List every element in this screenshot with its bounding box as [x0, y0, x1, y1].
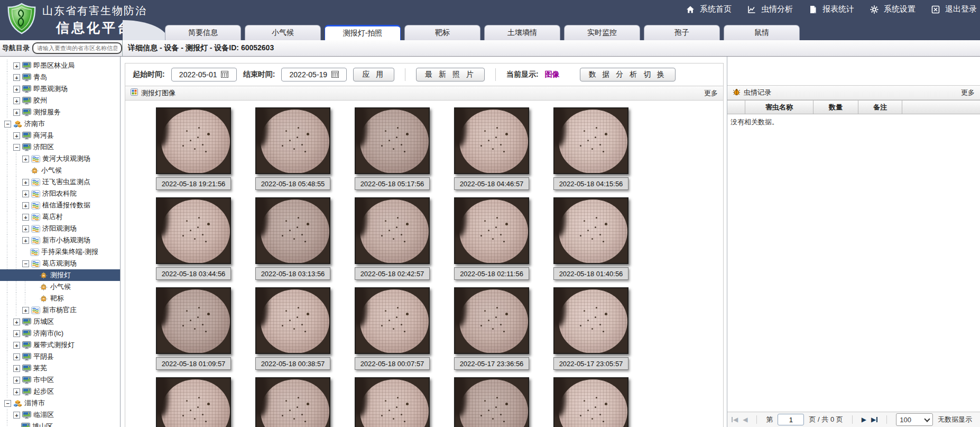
- tree-item-商河县[interactable]: +商河县: [0, 130, 120, 141]
- expand-toggle-icon[interactable]: +: [13, 353, 20, 360]
- tree-item-起步区[interactable]: +起步区: [0, 386, 120, 397]
- expand-toggle-icon[interactable]: +: [13, 365, 20, 372]
- trap-lamp-photo[interactable]: [553, 107, 628, 174]
- tree-item-济南市(lc)[interactable]: +济南市(lc): [0, 328, 120, 339]
- tree-item-平阴县[interactable]: +平阴县: [0, 351, 120, 362]
- trap-lamp-photo[interactable]: [454, 197, 529, 264]
- trap-lamp-photo[interactable]: [355, 107, 430, 174]
- tab-7[interactable]: 孢子: [644, 25, 720, 40]
- tree-item-葛店观测场[interactable]: −葛店观测场: [0, 258, 120, 269]
- expand-toggle-icon[interactable]: +: [22, 190, 29, 197]
- tree-item-即墨观测场[interactable]: +即墨观测场: [0, 83, 120, 95]
- expand-toggle-icon[interactable]: +: [22, 202, 29, 209]
- tree-item-莱芜[interactable]: +莱芜: [0, 362, 120, 374]
- trap-lamp-photo[interactable]: [156, 197, 231, 264]
- records-more-link[interactable]: 更多: [961, 88, 975, 97]
- tree-item-胶州[interactable]: +胶州: [0, 95, 120, 106]
- tree-item-济阳区[interactable]: −济阳区: [0, 141, 120, 153]
- tree-item-新市小杨观测场[interactable]: +新市小杨观测场: [0, 234, 120, 246]
- trap-lamp-photo[interactable]: [355, 377, 430, 427]
- trap-lamp-photo[interactable]: [454, 377, 529, 427]
- collapse-toggle-icon[interactable]: −: [13, 144, 20, 151]
- trap-lamp-photo[interactable]: [553, 377, 628, 427]
- calendar-icon[interactable]: [331, 70, 339, 79]
- tab-1[interactable]: 简要信息: [165, 25, 241, 40]
- tree-item-博山区[interactable]: 博山区: [0, 421, 120, 427]
- calendar-icon[interactable]: [221, 70, 228, 79]
- page-number-input[interactable]: [778, 414, 804, 425]
- tree-item-小气候[interactable]: 小气候: [0, 281, 120, 293]
- tree-item-临淄区[interactable]: +临淄区: [0, 409, 120, 421]
- expand-toggle-icon[interactable]: +: [22, 237, 29, 244]
- trap-lamp-photo[interactable]: [454, 287, 529, 354]
- collapse-toggle-icon[interactable]: −: [22, 260, 29, 267]
- tree-item-历城区[interactable]: +历城区: [0, 316, 120, 328]
- tree-item-测报灯[interactable]: 测报灯: [0, 269, 120, 281]
- trap-lamp-photo[interactable]: [156, 377, 231, 427]
- top-menu-item-2[interactable]: 虫情分析: [747, 4, 793, 14]
- trap-lamp-photo[interactable]: [156, 107, 231, 174]
- tab-8[interactable]: 鼠情: [724, 25, 800, 40]
- expand-toggle-icon[interactable]: +: [13, 330, 20, 337]
- expand-toggle-icon[interactable]: +: [22, 156, 29, 162]
- trap-lamp-photo[interactable]: [553, 197, 628, 264]
- tree-item-植信通报传数据[interactable]: +植信通报传数据: [0, 199, 120, 211]
- tree-search-input[interactable]: [32, 42, 122, 54]
- top-menu-item-5[interactable]: 退出登录: [931, 4, 977, 14]
- trap-lamp-photo[interactable]: [255, 377, 330, 427]
- expand-toggle-icon[interactable]: +: [13, 388, 20, 395]
- tab-3[interactable]: 测报灯-拍照: [325, 25, 401, 40]
- expand-toggle-icon[interactable]: +: [13, 342, 20, 349]
- next-page-button[interactable]: ▶: [862, 416, 866, 423]
- end-date-field[interactable]: 2022-05-19: [281, 68, 347, 81]
- expand-toggle-icon[interactable]: +: [13, 319, 20, 325]
- tab-2[interactable]: 小气候: [245, 25, 321, 40]
- tree-item-葛店村[interactable]: +葛店村: [0, 211, 120, 223]
- tree-item-青岛[interactable]: +青岛: [0, 71, 120, 83]
- tree-item-即墨区林业局[interactable]: +即墨区林业局: [0, 60, 120, 71]
- trap-lamp-photo[interactable]: [553, 287, 628, 354]
- trap-lamp-photo[interactable]: [355, 197, 430, 264]
- tree-item-手持采集终端-测报[interactable]: 手持采集终端-测报: [0, 246, 120, 258]
- tree-item-淄博市[interactable]: −淄博市: [0, 397, 120, 409]
- first-page-button[interactable]: ◀: [732, 416, 738, 423]
- top-menu-item-1[interactable]: 系统首页: [686, 4, 732, 14]
- expand-toggle-icon[interactable]: +: [22, 179, 29, 186]
- top-menu-item-3[interactable]: 报表统计: [809, 4, 854, 14]
- tree-item-测报服务[interactable]: +测报服务: [0, 106, 120, 118]
- trap-lamp-photo[interactable]: [355, 287, 430, 354]
- expand-toggle-icon[interactable]: +: [22, 307, 29, 314]
- tree-item-济南市[interactable]: −济南市: [0, 118, 120, 130]
- tree-item-迁飞害虫监测点[interactable]: +迁飞害虫监测点: [0, 176, 120, 188]
- data-analysis-switch-button[interactable]: 数 据 分 析 切 换: [580, 68, 676, 81]
- expand-toggle-icon[interactable]: +: [13, 74, 20, 81]
- apply-button[interactable]: 应 用: [353, 68, 394, 81]
- expand-toggle-icon[interactable]: +: [13, 62, 20, 69]
- expand-toggle-icon[interactable]: +: [13, 109, 20, 116]
- tree-item-靶标[interactable]: 靶标: [0, 293, 120, 304]
- expand-toggle-icon[interactable]: +: [13, 97, 20, 104]
- trap-lamp-photo[interactable]: [255, 197, 330, 264]
- prev-page-button[interactable]: ◀: [743, 416, 747, 423]
- expand-toggle-icon[interactable]: +: [22, 225, 29, 232]
- tree-item-济阳农科院[interactable]: +济阳农科院: [0, 188, 120, 199]
- expand-toggle-icon[interactable]: +: [22, 214, 29, 221]
- tab-5[interactable]: 土壤墒情: [484, 25, 560, 40]
- collapse-toggle-icon[interactable]: −: [4, 121, 11, 128]
- gallery-more-link[interactable]: 更多: [704, 88, 718, 98]
- trap-lamp-photo[interactable]: [156, 287, 231, 354]
- tree-item-市中区[interactable]: +市中区: [0, 374, 120, 386]
- tab-6[interactable]: 实时监控: [564, 25, 640, 40]
- top-menu-item-4[interactable]: 系统设置: [870, 4, 916, 14]
- trap-lamp-photo[interactable]: [255, 287, 330, 354]
- tree-item-履带式测报灯[interactable]: +履带式测报灯: [0, 339, 120, 351]
- tree-item-黄河大坝观测场[interactable]: +黄河大坝观测场: [0, 153, 120, 165]
- trap-lamp-photo[interactable]: [454, 107, 529, 174]
- tree-item-小气候[interactable]: 小气候: [0, 165, 120, 176]
- tab-4[interactable]: 靶标: [404, 25, 480, 40]
- expand-toggle-icon[interactable]: +: [13, 412, 20, 419]
- trap-lamp-photo[interactable]: [255, 107, 330, 174]
- expand-toggle-icon[interactable]: +: [13, 86, 20, 93]
- latest-photo-button[interactable]: 最 新 照 片: [416, 68, 485, 81]
- collapse-toggle-icon[interactable]: −: [4, 400, 11, 407]
